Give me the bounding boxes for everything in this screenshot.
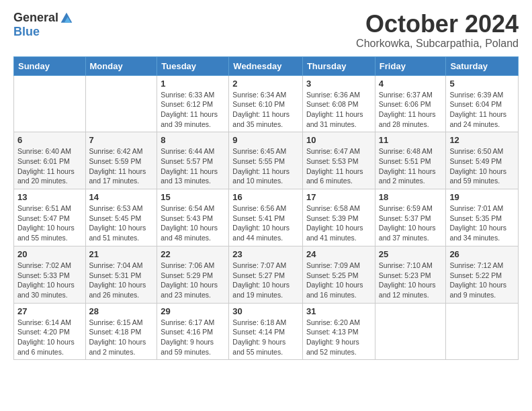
- day-number: 15: [161, 192, 225, 202]
- day-info: Sunrise: 6:50 AM Sunset: 5:49 PM Dayligh…: [449, 146, 515, 186]
- day-number: 31: [306, 306, 371, 316]
- calendar-cell: 7Sunrise: 6:42 AM Sunset: 5:59 PM Daylig…: [85, 132, 157, 189]
- day-number: 25: [379, 249, 443, 259]
- day-number: 26: [449, 249, 515, 259]
- day-info: Sunrise: 7:02 AM Sunset: 5:33 PM Dayligh…: [17, 261, 82, 300]
- day-info: Sunrise: 7:06 AM Sunset: 5:29 PM Dayligh…: [161, 261, 225, 300]
- day-number: 27: [17, 306, 82, 316]
- day-number: 17: [306, 192, 371, 202]
- day-number: 10: [306, 135, 371, 145]
- day-info: Sunrise: 7:12 AM Sunset: 5:22 PM Dayligh…: [449, 261, 515, 300]
- col-tuesday: Tuesday: [157, 56, 229, 75]
- calendar-cell: 28Sunrise: 6:15 AM Sunset: 4:18 PM Dayli…: [85, 303, 157, 360]
- calendar-week-3: 13Sunrise: 6:51 AM Sunset: 5:47 PM Dayli…: [14, 189, 519, 246]
- calendar-cell: 29Sunrise: 6:17 AM Sunset: 4:16 PM Dayli…: [157, 303, 229, 360]
- day-number: 30: [232, 306, 299, 316]
- calendar-week-5: 27Sunrise: 6:14 AM Sunset: 4:20 PM Dayli…: [14, 303, 519, 360]
- day-info: Sunrise: 6:17 AM Sunset: 4:16 PM Dayligh…: [161, 318, 225, 357]
- day-info: Sunrise: 6:39 AM Sunset: 6:04 PM Dayligh…: [449, 90, 515, 130]
- title-block: October 2024 Chorkowka, Subcarpathia, Po…: [356, 11, 519, 50]
- logo-text: General: [13, 11, 73, 25]
- day-info: Sunrise: 6:51 AM Sunset: 5:47 PM Dayligh…: [17, 203, 82, 243]
- calendar-week-4: 20Sunrise: 7:02 AM Sunset: 5:33 PM Dayli…: [14, 246, 519, 303]
- day-info: Sunrise: 6:45 AM Sunset: 5:55 PM Dayligh…: [232, 146, 299, 186]
- calendar-cell: 25Sunrise: 7:10 AM Sunset: 5:23 PM Dayli…: [375, 246, 446, 303]
- day-number: 21: [89, 249, 154, 259]
- calendar-cell: 3Sunrise: 6:36 AM Sunset: 6:08 PM Daylig…: [302, 75, 375, 132]
- day-number: 12: [449, 135, 515, 145]
- subtitle: Chorkowka, Subcarpathia, Poland: [356, 38, 519, 50]
- day-number: 20: [17, 249, 82, 259]
- day-info: Sunrise: 6:18 AM Sunset: 4:14 PM Dayligh…: [232, 318, 299, 357]
- calendar-cell: 18Sunrise: 6:59 AM Sunset: 5:37 PM Dayli…: [375, 189, 446, 246]
- day-info: Sunrise: 6:14 AM Sunset: 4:20 PM Dayligh…: [17, 318, 82, 357]
- day-info: Sunrise: 6:20 AM Sunset: 4:13 PM Dayligh…: [306, 318, 371, 357]
- calendar-cell: [85, 75, 157, 132]
- day-number: 7: [89, 135, 154, 145]
- day-number: 13: [17, 192, 82, 202]
- day-number: 6: [17, 135, 82, 145]
- calendar-cell: 5Sunrise: 6:39 AM Sunset: 6:04 PM Daylig…: [446, 75, 519, 132]
- main-title: October 2024: [356, 11, 519, 38]
- day-number: 22: [161, 249, 225, 259]
- logo-icon: [60, 11, 73, 25]
- calendar-cell: 9Sunrise: 6:45 AM Sunset: 5:55 PM Daylig…: [229, 132, 303, 189]
- calendar-cell: 13Sunrise: 6:51 AM Sunset: 5:47 PM Dayli…: [14, 189, 86, 246]
- day-info: Sunrise: 6:42 AM Sunset: 5:59 PM Dayligh…: [89, 146, 154, 186]
- day-number: 4: [379, 79, 443, 89]
- calendar-cell: 27Sunrise: 6:14 AM Sunset: 4:20 PM Dayli…: [14, 303, 86, 360]
- calendar-cell: 23Sunrise: 7:07 AM Sunset: 5:27 PM Dayli…: [229, 246, 303, 303]
- day-number: 18: [379, 192, 443, 202]
- day-number: 1: [161, 79, 225, 89]
- day-number: 19: [449, 192, 515, 202]
- logo: General Blue: [13, 11, 73, 39]
- day-info: Sunrise: 6:40 AM Sunset: 6:01 PM Dayligh…: [17, 146, 82, 186]
- day-number: 3: [306, 79, 371, 89]
- calendar-cell: 11Sunrise: 6:48 AM Sunset: 5:51 PM Dayli…: [375, 132, 446, 189]
- calendar-cell: 22Sunrise: 7:06 AM Sunset: 5:29 PM Dayli…: [157, 246, 229, 303]
- calendar-cell: [446, 303, 519, 360]
- day-info: Sunrise: 7:01 AM Sunset: 5:35 PM Dayligh…: [449, 203, 515, 243]
- day-info: Sunrise: 6:56 AM Sunset: 5:41 PM Dayligh…: [232, 203, 299, 243]
- col-friday: Friday: [375, 56, 446, 75]
- day-number: 24: [306, 249, 371, 259]
- header: General Blue October 2024 Chorkowka, Sub…: [13, 11, 519, 50]
- day-info: Sunrise: 6:53 AM Sunset: 5:45 PM Dayligh…: [89, 203, 154, 243]
- calendar-cell: 30Sunrise: 6:18 AM Sunset: 4:14 PM Dayli…: [229, 303, 303, 360]
- calendar-cell: 19Sunrise: 7:01 AM Sunset: 5:35 PM Dayli…: [446, 189, 519, 246]
- day-info: Sunrise: 6:36 AM Sunset: 6:08 PM Dayligh…: [306, 90, 371, 130]
- col-saturday: Saturday: [446, 56, 519, 75]
- col-monday: Monday: [85, 56, 157, 75]
- col-wednesday: Wednesday: [229, 56, 303, 75]
- calendar-cell: 26Sunrise: 7:12 AM Sunset: 5:22 PM Dayli…: [446, 246, 519, 303]
- calendar-cell: 24Sunrise: 7:09 AM Sunset: 5:25 PM Dayli…: [302, 246, 375, 303]
- calendar-cell: 10Sunrise: 6:47 AM Sunset: 5:53 PM Dayli…: [302, 132, 375, 189]
- calendar-cell: [14, 75, 86, 132]
- day-info: Sunrise: 6:47 AM Sunset: 5:53 PM Dayligh…: [306, 146, 371, 186]
- page: General Blue October 2024 Chorkowka, Sub…: [0, 0, 532, 371]
- calendar-cell: 12Sunrise: 6:50 AM Sunset: 5:49 PM Dayli…: [446, 132, 519, 189]
- day-number: 29: [161, 306, 225, 316]
- calendar-week-1: 1Sunrise: 6:33 AM Sunset: 6:12 PM Daylig…: [14, 75, 519, 132]
- col-sunday: Sunday: [14, 56, 86, 75]
- day-info: Sunrise: 7:04 AM Sunset: 5:31 PM Dayligh…: [89, 261, 154, 300]
- day-info: Sunrise: 7:10 AM Sunset: 5:23 PM Dayligh…: [379, 261, 443, 300]
- day-info: Sunrise: 6:58 AM Sunset: 5:39 PM Dayligh…: [306, 203, 371, 243]
- day-info: Sunrise: 6:54 AM Sunset: 5:43 PM Dayligh…: [161, 203, 225, 243]
- calendar-cell: 1Sunrise: 6:33 AM Sunset: 6:12 PM Daylig…: [157, 75, 229, 132]
- calendar-header-row: Sunday Monday Tuesday Wednesday Thursday…: [14, 56, 519, 75]
- day-info: Sunrise: 6:44 AM Sunset: 5:57 PM Dayligh…: [161, 146, 225, 186]
- calendar-cell: 2Sunrise: 6:34 AM Sunset: 6:10 PM Daylig…: [229, 75, 303, 132]
- calendar-cell: 6Sunrise: 6:40 AM Sunset: 6:01 PM Daylig…: [14, 132, 86, 189]
- day-info: Sunrise: 7:09 AM Sunset: 5:25 PM Dayligh…: [306, 261, 371, 300]
- day-info: Sunrise: 6:34 AM Sunset: 6:10 PM Dayligh…: [232, 90, 299, 130]
- day-info: Sunrise: 7:07 AM Sunset: 5:27 PM Dayligh…: [232, 261, 299, 300]
- calendar-cell: 17Sunrise: 6:58 AM Sunset: 5:39 PM Dayli…: [302, 189, 375, 246]
- calendar-week-2: 6Sunrise: 6:40 AM Sunset: 6:01 PM Daylig…: [14, 132, 519, 189]
- day-number: 11: [379, 135, 443, 145]
- col-thursday: Thursday: [302, 56, 375, 75]
- day-number: 14: [89, 192, 154, 202]
- day-info: Sunrise: 6:59 AM Sunset: 5:37 PM Dayligh…: [379, 203, 443, 243]
- calendar-cell: [375, 303, 446, 360]
- day-info: Sunrise: 6:15 AM Sunset: 4:18 PM Dayligh…: [89, 318, 154, 357]
